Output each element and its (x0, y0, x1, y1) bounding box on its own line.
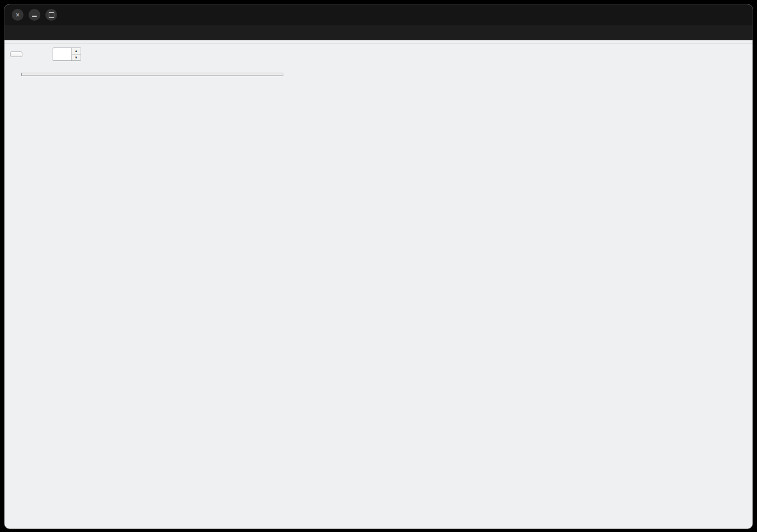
y-axis-labels (712, 64, 751, 529)
tab-bar (4, 40, 753, 44)
plot-container (18, 71, 186, 155)
stacked-diagrams-spinbox[interactable]: ▲ ▼ (53, 48, 81, 61)
memory-consumption-chart[interactable] (18, 71, 186, 155)
chart-area (4, 64, 753, 529)
maximize-button[interactable] (45, 9, 57, 21)
menubar (4, 25, 753, 40)
spinbox-buttons: ▲ ▼ (71, 48, 81, 60)
spinbox-value[interactable] (53, 48, 71, 60)
app-window: × ▲ ▼ (4, 4, 753, 529)
arrow-up-icon: ▲ (74, 49, 78, 53)
close-button[interactable]: × (12, 9, 24, 21)
minimize-button[interactable] (29, 9, 40, 21)
minimize-icon (32, 16, 37, 17)
close-icon: × (16, 12, 20, 18)
chart-legend (21, 73, 283, 76)
maximize-icon (49, 12, 54, 18)
toolbar: ▲ ▼ (4, 44, 753, 64)
spinbox-down-button[interactable]: ▼ (72, 55, 81, 61)
export-as-button[interactable] (10, 51, 22, 57)
spinbox-up-button[interactable]: ▲ (72, 48, 81, 55)
titlebar: × (4, 4, 753, 25)
arrow-down-icon: ▼ (74, 56, 78, 59)
window-controls: × (12, 4, 57, 25)
